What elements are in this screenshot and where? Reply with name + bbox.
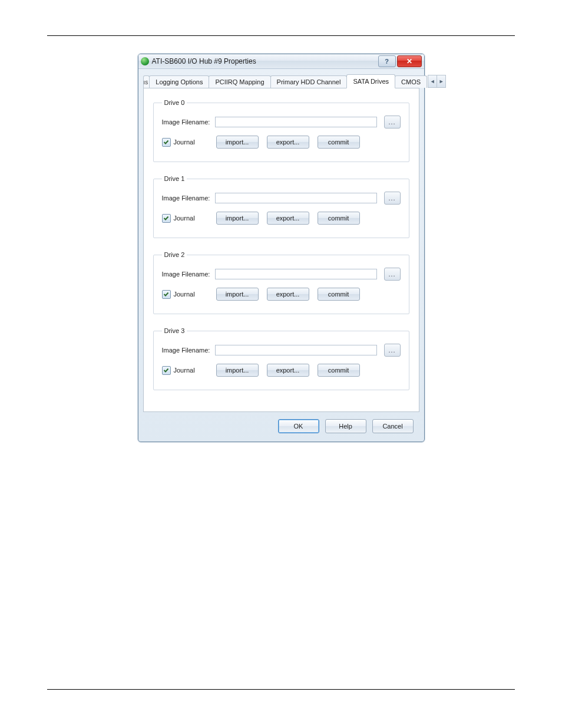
tab-logging-options[interactable]: Logging Options bbox=[149, 75, 209, 88]
label-journal: Journal bbox=[174, 215, 216, 222]
titlebar-close-button[interactable]: ✕ bbox=[397, 55, 422, 67]
label-image-filename: Image Filename: bbox=[162, 118, 215, 126]
tab-primary-hdd-channel[interactable]: Primary HDD Channel bbox=[270, 75, 348, 88]
titlebar-help-button[interactable]: ? bbox=[378, 55, 396, 67]
commit-button-0[interactable]: commit bbox=[318, 136, 360, 149]
legend-drive-1: Drive 1 bbox=[162, 175, 187, 182]
legend-drive-3: Drive 3 bbox=[162, 327, 187, 334]
export-button-0[interactable]: export... bbox=[267, 136, 309, 149]
input-image-filename-0[interactable] bbox=[215, 117, 377, 127]
label-journal: Journal bbox=[174, 367, 216, 374]
commit-button-2[interactable]: commit bbox=[318, 288, 360, 301]
tab-scroll-left[interactable]: ◄ bbox=[428, 75, 437, 88]
input-image-filename-1[interactable] bbox=[215, 193, 377, 203]
window-title: ATI-SB600 I/O Hub #9 Properties bbox=[152, 57, 377, 65]
input-image-filename-2[interactable] bbox=[215, 269, 377, 279]
ok-button[interactable]: OK bbox=[278, 419, 319, 433]
tab-sata-drives[interactable]: SATA Drives bbox=[346, 74, 395, 88]
tab-pciirq-mapping[interactable]: PCIIRQ Mapping bbox=[209, 75, 270, 88]
checkbox-journal-2[interactable] bbox=[162, 290, 171, 299]
browse-button-0[interactable]: ... bbox=[384, 116, 401, 129]
export-button-2[interactable]: export... bbox=[267, 288, 309, 301]
help-button[interactable]: Help bbox=[325, 419, 366, 433]
group-drive-3: Drive 3 Image Filename: ... Journal impo… bbox=[153, 327, 409, 390]
input-image-filename-3[interactable] bbox=[215, 345, 377, 355]
page-bottom-rule bbox=[47, 689, 515, 690]
legend-drive-2: Drive 2 bbox=[162, 251, 187, 258]
properties-dialog: ATI-SB600 I/O Hub #9 Properties ? ✕ ıs L… bbox=[138, 54, 425, 442]
legend-drive-0: Drive 0 bbox=[162, 99, 187, 106]
browse-button-3[interactable]: ... bbox=[384, 344, 401, 357]
group-drive-2: Drive 2 Image Filename: ... Journal impo… bbox=[153, 251, 409, 314]
label-journal: Journal bbox=[174, 139, 216, 146]
tabpanel-sata-drives: Drive 0 Image Filename: ... Journal impo… bbox=[143, 88, 419, 412]
cancel-button[interactable]: Cancel bbox=[372, 419, 414, 433]
import-button-3[interactable]: import... bbox=[216, 364, 259, 377]
app-icon bbox=[141, 57, 149, 65]
commit-button-1[interactable]: commit bbox=[318, 212, 360, 225]
label-journal: Journal bbox=[174, 291, 216, 298]
import-button-2[interactable]: import... bbox=[216, 288, 259, 301]
tabstrip: ıs Logging Options PCIIRQ Mapping Primar… bbox=[143, 74, 419, 88]
label-image-filename: Image Filename: bbox=[162, 347, 215, 354]
label-image-filename: Image Filename: bbox=[162, 271, 215, 278]
titlebar[interactable]: ATI-SB600 I/O Hub #9 Properties ? ✕ bbox=[138, 54, 424, 69]
import-button-1[interactable]: import... bbox=[216, 212, 259, 225]
export-button-3[interactable]: export... bbox=[267, 364, 309, 377]
commit-button-3[interactable]: commit bbox=[318, 364, 360, 377]
browse-button-1[interactable]: ... bbox=[384, 192, 401, 205]
checkbox-journal-3[interactable] bbox=[162, 366, 171, 375]
checkbox-journal-0[interactable] bbox=[162, 138, 171, 147]
page-top-rule bbox=[47, 35, 515, 36]
checkbox-journal-1[interactable] bbox=[162, 214, 171, 223]
group-drive-0: Drive 0 Image Filename: ... Journal impo… bbox=[153, 99, 409, 162]
group-drive-1: Drive 1 Image Filename: ... Journal impo… bbox=[153, 175, 409, 238]
tab-cmos[interactable]: CMOS bbox=[395, 75, 427, 88]
tab-scroll-right[interactable]: ► bbox=[437, 75, 446, 88]
label-image-filename: Image Filename: bbox=[162, 195, 215, 202]
export-button-1[interactable]: export... bbox=[267, 212, 309, 225]
import-button-0[interactable]: import... bbox=[216, 136, 259, 149]
browse-button-2[interactable]: ... bbox=[384, 268, 401, 281]
